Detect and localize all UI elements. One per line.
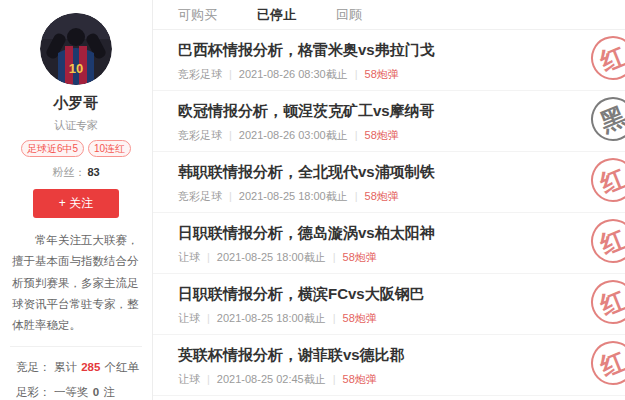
- streak-badge-football: 足球近6中5: [21, 140, 84, 157]
- article-deadline: 2021-08-25 18:00截止: [217, 251, 326, 263]
- article-price: 58炮弹: [365, 190, 399, 202]
- stat-label: 竞足：: [16, 355, 54, 380]
- sidebar-divider: [10, 346, 142, 347]
- meta-separator: |: [355, 190, 358, 202]
- article-category: 让球: [178, 312, 200, 324]
- article-title[interactable]: 欧冠情报分析，顿涅茨克矿工vs摩纳哥: [178, 101, 625, 121]
- article-category: 让球: [178, 373, 200, 385]
- article-meta: 让球|2021-08-25 02:45截止|58炮弹: [178, 373, 625, 386]
- expert-profile-page: 10 小罗哥 认证专家 足球近6中5 10连红 粉丝：83 + 关注 常年关注五…: [0, 0, 625, 400]
- meta-separator: |: [355, 68, 358, 80]
- article-meta: 竞彩足球|2021-08-26 08:30截止|58炮弹: [178, 68, 625, 81]
- article-price: 58炮弹: [365, 129, 399, 141]
- article-list-panel: 可购买 已停止 回顾 巴西杯情报分析，格雷米奥vs弗拉门戈 竞彩足球|2021-…: [153, 0, 625, 400]
- article-price: 58炮弹: [365, 68, 399, 80]
- stat-value: 一等奖 0 注: [54, 380, 115, 400]
- expert-sidebar: 10 小罗哥 认证专家 足球近6中5 10连红 粉丝：83 + 关注 常年关注五…: [0, 0, 153, 400]
- article-category: 竞彩足球: [178, 129, 222, 141]
- meta-separator: |: [229, 68, 232, 80]
- article-price: 58炮弹: [343, 312, 377, 324]
- article-category: 竞彩足球: [178, 190, 222, 202]
- article-deadline: 2021-08-26 03:00截止: [239, 129, 348, 141]
- jersey-number: 10: [69, 61, 83, 76]
- article-title[interactable]: 巴西杯情报分析，格雷米奥vs弗拉门戈: [178, 40, 625, 60]
- article-price: 58炮弹: [343, 251, 377, 263]
- fans-label: 粉丝：: [52, 166, 85, 178]
- article-list: 巴西杯情报分析，格雷米奥vs弗拉门戈 竞彩足球|2021-08-26 08:30…: [153, 30, 625, 396]
- article-title[interactable]: 英联杯情报分析，谢菲联vs德比郡: [178, 345, 625, 365]
- expert-bio: 常年关注五大联赛，擅于基本面与指数结合分析预判赛果，多家主流足球资讯平台常驻专家…: [0, 230, 152, 336]
- follow-button[interactable]: + 关注: [33, 189, 119, 218]
- tab-purchasable[interactable]: 可购买: [178, 6, 217, 24]
- article-meta: 竞彩足球|2021-08-25 18:00截止|58炮弹: [178, 190, 625, 203]
- article-meta: 让球|2021-08-25 18:00截止|58炮弹: [178, 312, 625, 325]
- article-item[interactable]: 巴西杯情报分析，格雷米奥vs弗拉门戈 竞彩足球|2021-08-26 08:30…: [153, 30, 625, 91]
- tabbar: 可购买 已停止 回顾: [153, 0, 625, 30]
- article-category: 竞彩足球: [178, 68, 222, 80]
- article-item[interactable]: 欧冠情报分析，顿涅茨克矿工vs摩纳哥 竞彩足球|2021-08-26 03:00…: [153, 91, 625, 152]
- tab-review[interactable]: 回顾: [336, 6, 362, 24]
- streak-badge-red: 10连红: [88, 140, 131, 157]
- article-deadline: 2021-08-26 08:30截止: [239, 68, 348, 80]
- article-title[interactable]: 韩职联情报分析，全北现代vs浦项制铁: [178, 162, 625, 182]
- meta-separator: |: [229, 129, 232, 141]
- meta-separator: |: [355, 129, 358, 141]
- stat-row-zucai-1: 足彩： 一等奖 0 注: [16, 380, 152, 400]
- expert-title: 认证专家: [0, 118, 152, 133]
- article-item[interactable]: 日职联情报分析，横滨FCvs大阪钢巴 让球|2021-08-25 18:00截止…: [153, 274, 625, 335]
- avatar: 10: [40, 13, 112, 85]
- article-title[interactable]: 日职联情报分析，德岛漩涡vs柏太阳神: [178, 223, 625, 243]
- article-deadline: 2021-08-25 18:00截止: [239, 190, 348, 202]
- meta-separator: |: [333, 312, 336, 324]
- meta-separator: |: [229, 190, 232, 202]
- article-meta: 让球|2021-08-25 18:00截止|58炮弹: [178, 251, 625, 264]
- meta-separator: |: [207, 251, 210, 263]
- article-category: 让球: [178, 251, 200, 263]
- meta-separator: |: [207, 312, 210, 324]
- article-item[interactable]: 韩职联情报分析，全北现代vs浦项制铁 竞彩足球|2021-08-25 18:00…: [153, 152, 625, 213]
- tab-stopped[interactable]: 已停止: [257, 6, 296, 24]
- meta-separator: |: [333, 373, 336, 385]
- article-deadline: 2021-08-25 18:00截止: [217, 312, 326, 324]
- stats-panel: 竞足： 累计 285 个红单 足彩： 一等奖 0 注 二等奖 0 注 任九 0 …: [0, 355, 152, 400]
- stat-row-jingzu: 竞足： 累计 285 个红单: [16, 355, 152, 380]
- stat-label: 足彩：: [16, 380, 54, 400]
- article-price: 58炮弹: [343, 373, 377, 385]
- fans-row: 粉丝：83: [0, 165, 152, 180]
- meta-separator: |: [207, 373, 210, 385]
- fans-count: 83: [87, 166, 99, 178]
- article-item[interactable]: 日职联情报分析，德岛漩涡vs柏太阳神 让球|2021-08-25 18:00截止…: [153, 213, 625, 274]
- expert-name: 小罗哥: [0, 94, 152, 113]
- article-title[interactable]: 日职联情报分析，横滨FCvs大阪钢巴: [178, 284, 625, 304]
- article-item[interactable]: 英联杯情报分析，谢菲联vs德比郡 让球|2021-08-25 02:45截止|5…: [153, 335, 625, 396]
- player-photo: 10: [40, 13, 112, 85]
- article-deadline: 2021-08-25 02:45截止: [217, 373, 326, 385]
- article-meta: 竞彩足球|2021-08-26 03:00截止|58炮弹: [178, 129, 625, 142]
- badge-row: 足球近6中5 10连红: [0, 140, 152, 157]
- stat-value: 累计 285 个红单: [54, 355, 139, 380]
- meta-separator: |: [333, 251, 336, 263]
